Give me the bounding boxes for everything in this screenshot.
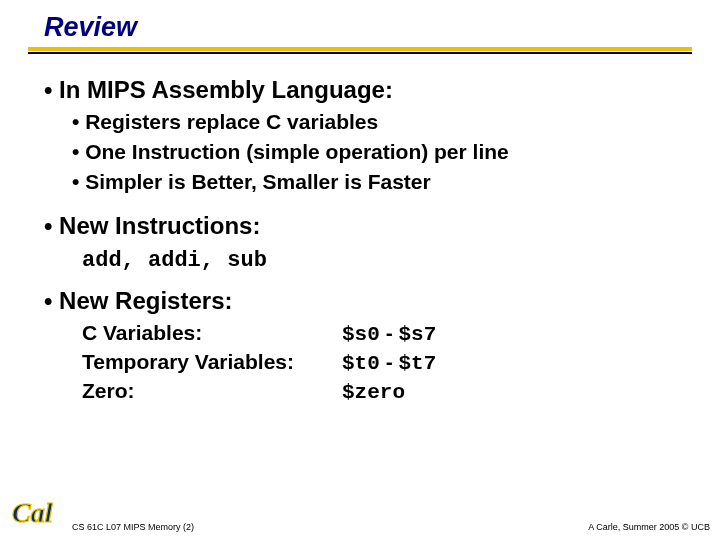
table-row: Zero: $zero: [82, 379, 680, 404]
bullet-l2: Registers replace C variables: [72, 110, 680, 134]
reg-label: Temporary Variables:: [82, 350, 342, 374]
footer-left-text: CS 61C L07 MIPS Memory (2): [72, 522, 194, 532]
reg-label: Zero:: [82, 379, 342, 403]
slide-content: In MIPS Assembly Language: Registers rep…: [0, 54, 720, 404]
slide-title: Review: [44, 12, 720, 43]
cal-logo: Cal: [10, 492, 66, 532]
slide-footer: Cal CS 61C L07 MIPS Memory (2) A Carle, …: [0, 492, 720, 532]
table-row: Temporary Variables: $t0 - $t7: [82, 350, 680, 375]
svg-text:Cal: Cal: [12, 497, 53, 528]
bullet-l1: New Instructions:: [44, 212, 680, 240]
bullet-l2: One Instruction (simple operation) per l…: [72, 140, 680, 164]
bullet-l2: Simpler is Better, Smaller is Faster: [72, 170, 680, 194]
reg-value: $zero: [342, 381, 405, 404]
register-table: C Variables: $s0 - $s7 Temporary Variabl…: [82, 321, 680, 404]
reg-value: $s0 - $s7: [342, 321, 436, 346]
reg-label: C Variables:: [82, 321, 342, 345]
table-row: C Variables: $s0 - $s7: [82, 321, 680, 346]
bullet-l1: In MIPS Assembly Language:: [44, 76, 680, 104]
title-underline: [28, 47, 692, 54]
reg-value: $t0 - $t7: [342, 350, 436, 375]
footer-right-text: A Carle, Summer 2005 © UCB: [588, 522, 710, 532]
bullet-l1: New Registers:: [44, 287, 680, 315]
code-line: add, addi, sub: [82, 248, 680, 273]
